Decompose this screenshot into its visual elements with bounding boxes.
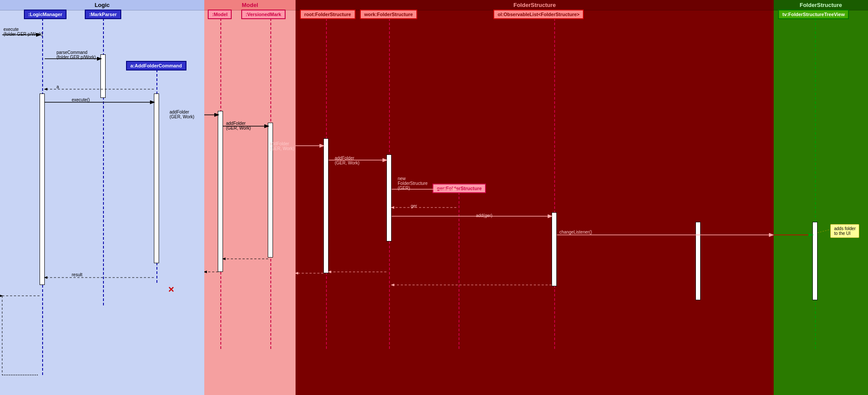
actor-work-folderstructure: work:FolderStructure <box>360 10 417 19</box>
section-model: Model :Model :VersionedMark addFolder(GE… <box>204 0 296 395</box>
actor-logicmanager: :LogicManager <box>24 10 67 19</box>
label-addfolder-root: addFolder(GER, Work) <box>269 141 294 151</box>
activation-ol-2 <box>695 222 701 300</box>
section-folderstructure-header: FolderStructure <box>296 0 774 10</box>
actor-ol-observablelist: ol:ObservableList<FolderStructure> <box>493 10 584 19</box>
label-addfolder-work: addFolder(GER, Work) <box>335 156 359 165</box>
activation-tv <box>812 222 818 300</box>
activation-markparser <box>100 54 106 98</box>
label-parsecommand: parseCommand(folder GER p/Work) <box>57 50 96 60</box>
section-logic-header: Logic <box>0 0 204 10</box>
arrows-folderstructure <box>296 0 774 395</box>
label-ger-return: ger <box>411 204 417 208</box>
section-logic: Logic :LogicManager :MarkParser a:AddFol… <box>0 0 204 395</box>
label-addfolder-model: addFolder(GER, Work) <box>170 110 194 119</box>
section-model-header: Model <box>204 0 296 10</box>
actor-root-folderstructure: root:FolderStructure <box>300 10 356 19</box>
lifeline-ger <box>459 192 459 349</box>
activation-logicmanager <box>40 94 45 285</box>
label-result: result <box>72 272 82 277</box>
actor-ger-folderstructure: ger:FolderStructure <box>432 184 486 193</box>
label-changelistener: changeListener() <box>559 230 592 234</box>
activation-addfoldercommand <box>154 94 159 263</box>
arrows-folderstructure2 <box>774 0 868 395</box>
note-adds-folder: adds folderto the UI <box>830 224 859 238</box>
actor-tv-folderstructure: tv:FolderStructureTreeView <box>778 10 849 19</box>
section-folderstructure2-header: FolderStructure <box>774 0 868 10</box>
lifeline-ol <box>554 18 555 349</box>
label-add-ger: add(ger) <box>476 213 492 218</box>
section-folderstructure: FolderStructure root:FolderStructure wor… <box>296 0 774 395</box>
section-folderstructure2: FolderStructure tv:FolderStructureTreeVi… <box>774 0 868 395</box>
actor-versionedmark: :VersionedMark <box>241 10 286 19</box>
actor-addfoldercommand: a:AddFolderCommand <box>126 61 186 70</box>
label-new-folderstructure: newFolderStructure(GER) <box>398 176 428 191</box>
label-a-return: a <box>57 84 59 89</box>
label-execute2: execute() <box>72 97 90 102</box>
svg-line-22 <box>818 230 829 233</box>
activation-root <box>323 138 329 273</box>
activation-model <box>218 111 223 272</box>
label-execute: execute(folder GER p/Work) <box>3 27 43 37</box>
actor-markparser: :MarkParser <box>85 10 121 19</box>
activation-work <box>386 154 392 241</box>
actor-model: :Model <box>208 10 232 19</box>
destruction-markparser: ✕ <box>168 285 174 295</box>
label-addfolder-versionedmark: addFolder(GER, Work) <box>226 121 251 131</box>
diagram-container: Logic :LogicManager :MarkParser a:AddFol… <box>0 0 868 395</box>
activation-ol <box>552 212 557 286</box>
